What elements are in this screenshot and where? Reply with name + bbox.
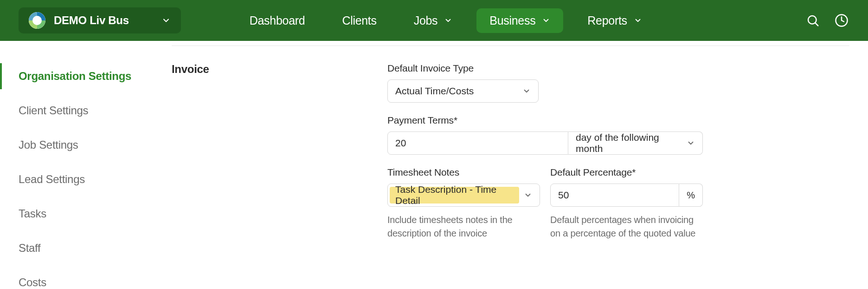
section-title: Invoice (172, 63, 387, 240)
sidebar-item-tasks[interactable]: Tasks (0, 201, 172, 227)
org-avatar (29, 12, 45, 29)
field-label: Timesheet Notes (387, 167, 540, 178)
select-value: day of the following month (576, 132, 687, 154)
topbar-right (805, 13, 849, 28)
sidebar-item-staff[interactable]: Staff (0, 235, 172, 261)
default-invoice-type-select[interactable]: Actual Time/Costs (387, 79, 539, 103)
field-label: Payment Terms (387, 115, 703, 126)
field-label: Default Percentage (550, 167, 703, 178)
nav-label: Clients (342, 14, 376, 27)
field-helper: Default percentages when invoicing on a … (550, 213, 703, 240)
field-payment-terms: Payment Terms 20 day of the following mo… (387, 115, 703, 155)
nav-label: Reports (587, 14, 627, 27)
percent-addon: % (679, 184, 703, 207)
nav-label: Dashboard (250, 14, 305, 27)
sidebar-item-costs[interactable]: Costs (0, 269, 172, 289)
input-value: 20 (395, 138, 406, 149)
payment-terms-input[interactable]: 20 (387, 131, 568, 155)
nav-jobs[interactable]: Jobs (401, 8, 466, 33)
chevron-down-icon (634, 16, 642, 25)
chevron-down-icon (524, 191, 532, 199)
nav-reports[interactable]: Reports (574, 8, 655, 33)
sidebar-item-client-settings[interactable]: Client Settings (0, 98, 172, 124)
field-default-percentage: Default Percentage 50 % Default percenta… (550, 167, 703, 240)
nav-label: Business (489, 14, 535, 27)
default-percentage-input[interactable]: 50 (550, 184, 679, 207)
field-helper: Include timesheets notes in the descript… (387, 213, 540, 240)
svg-point-0 (808, 16, 817, 24)
nav-label: Jobs (414, 14, 438, 27)
chevron-down-icon (542, 16, 550, 25)
sidebar-item-organisation-settings[interactable]: Organisation Settings (0, 63, 172, 89)
main-nav: Dashboard Clients Jobs Business Reports (237, 8, 666, 33)
search-icon[interactable] (805, 13, 821, 28)
divider (172, 46, 849, 46)
settings-sidebar: Organisation Settings Client Settings Jo… (0, 46, 172, 289)
payment-terms-unit-select[interactable]: day of the following month (568, 131, 703, 155)
nav-dashboard[interactable]: Dashboard (237, 8, 318, 33)
field-default-invoice-type: Default Invoice Type Actual Time/Costs (387, 63, 703, 103)
main-panel: Invoice Default Invoice Type Actual Time… (172, 46, 868, 289)
org-switcher[interactable]: DEMO Liv Bus (19, 7, 181, 33)
page-content: Organisation Settings Client Settings Jo… (0, 41, 868, 289)
org-name: DEMO Liv Bus (54, 14, 129, 27)
input-value: 50 (558, 190, 569, 201)
select-value: Actual Time/Costs (395, 85, 474, 97)
chevron-down-icon (687, 139, 695, 147)
top-nav: DEMO Liv Bus Dashboard Clients Jobs Busi… (0, 0, 868, 41)
field-timesheet-notes: Timesheet Notes Task Description - Time … (387, 167, 540, 240)
select-value: Task Description - Time Detail (395, 184, 524, 206)
sidebar-item-job-settings[interactable]: Job Settings (0, 132, 172, 158)
svg-line-1 (816, 23, 818, 26)
nav-clients[interactable]: Clients (329, 8, 389, 33)
field-label: Default Invoice Type (387, 63, 703, 74)
chevron-down-icon (522, 87, 531, 95)
invoice-form: Default Invoice Type Actual Time/Costs P… (387, 63, 703, 240)
chevron-down-icon (444, 16, 452, 25)
chevron-down-icon (161, 16, 171, 25)
nav-business[interactable]: Business (476, 8, 563, 33)
clock-icon[interactable] (834, 13, 849, 28)
timesheet-notes-select[interactable]: Task Description - Time Detail (387, 184, 540, 207)
sidebar-item-lead-settings[interactable]: Lead Settings (0, 166, 172, 192)
